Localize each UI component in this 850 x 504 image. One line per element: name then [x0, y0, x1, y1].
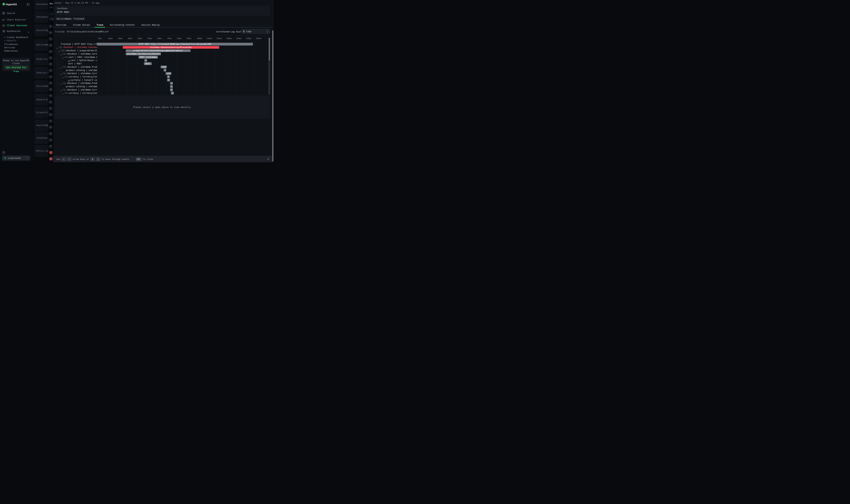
span-tree-row[interactable]: (1)checkout | oteldemo.CartServic…: [53, 52, 97, 56]
session-list-item[interactable]: Pearl43@ho: [34, 120, 48, 131]
window-scrollbar-thumb[interactable]: [272, 30, 273, 161]
span-bar[interactable]: POST /oteldemo.CartService/GetCart: [139, 56, 158, 59]
console-event-icon[interactable]: [49, 157, 53, 161]
tab-column-values[interactable]: Column Values: [73, 23, 90, 27]
location-pin-icon[interactable]: [49, 132, 53, 136]
help-button[interactable]: ?: [2, 151, 5, 155]
span-tree-row[interactable]: (1)currency | Currency/Convert: [53, 91, 97, 95]
span-tree-row[interactable]: currency | Convert convers…: [53, 78, 97, 82]
session-list-item[interactable]: Shaniya.Sc: [34, 67, 48, 79]
chevron-down-icon[interactable]: [62, 56, 64, 59]
waterfall-scrollbar[interactable]: [268, 37, 270, 95]
span-tree-row[interactable]: frontend | HTTP POST http://frontend:…: [53, 42, 97, 46]
span-tree-row[interactable]: product-catalog | oteldemo.Prod…: [53, 85, 97, 88]
location-pin-icon[interactable]: [49, 43, 53, 47]
waterfall-scrollbar-thumb[interactable]: [269, 38, 270, 60]
span-bar[interactable]: (: [164, 69, 166, 72]
span-tree-row[interactable]: (1)currency | Currency/Convert: [53, 75, 97, 78]
tab-overview[interactable]: Overview: [56, 23, 66, 27]
span-tree-row[interactable]: (11)checkout | prepareOrderItemsAnd…: [53, 49, 97, 52]
session-list-item[interactable]: Roderick_S: [34, 53, 48, 65]
session-list-item[interactable]: Deion37@gm: [34, 24, 48, 36]
session-list-item[interactable]: Jonathan.B: [34, 132, 48, 144]
close-icon[interactable]: ✕: [267, 158, 269, 160]
span-bar[interactable]: (: [170, 88, 173, 91]
chevron-down-icon[interactable]: [58, 50, 60, 52]
chevron-down-icon[interactable]: [60, 82, 62, 85]
span-tree-row[interactable]: (1)checkout | oteldemo.ProductCat…: [53, 66, 97, 69]
service-name-chip[interactable]: ServiceName: frontend: [55, 17, 86, 21]
location-pin-icon[interactable]: [49, 113, 53, 116]
location-pin-icon[interactable]: [49, 138, 53, 142]
get-started-button[interactable]: Get Started for Free: [4, 66, 28, 69]
span-bar[interactable]: oteldemo.ProductCat: [161, 66, 167, 68]
log-source-select[interactable]: Logs: [241, 29, 270, 34]
span-bar[interactable]: HTTP POST http://frontend:8080/api/check…: [97, 43, 253, 46]
span-bar[interactable]: (: [167, 79, 170, 82]
create-dashboard-button[interactable]: + Create Dashboard: [4, 36, 28, 38]
tab-trace[interactable]: Trace: [97, 23, 103, 27]
span-bar[interactable]: HGET: [144, 62, 152, 65]
span-tree-row[interactable]: (1)checkout | oteldemo.ProductCat…: [53, 82, 97, 85]
location-pin-icon[interactable]: [49, 100, 53, 104]
session-list-item[interactable]: Anonymous: [34, 0, 48, 10]
chevron-down-icon[interactable]: [56, 47, 58, 49]
chevron-down-icon[interactable]: [60, 89, 62, 92]
chevron-down-icon[interactable]: [60, 73, 62, 75]
edit-pencil-icon[interactable]: [100, 30, 102, 33]
span-tree-row[interactable]: (2)checkout | oteldemo.CheckoutServic…: [53, 46, 97, 49]
chevron-up-icon[interactable]: [28, 30, 30, 34]
span-bar[interactable]: (: [171, 92, 174, 94]
session-list-item[interactable]: Howard.Run: [34, 94, 48, 106]
tab-session-replay[interactable]: Session Replay: [141, 23, 160, 27]
location-pin-icon[interactable]: [49, 107, 53, 110]
location-pin-icon[interactable]: [49, 24, 53, 28]
chevron-down-icon[interactable]: [62, 76, 64, 78]
session-list-item[interactable]: Walton9@ho: [34, 39, 48, 51]
span-tree-row[interactable]: (1)checkout | oteldemo.CurrencySe…: [53, 88, 97, 92]
location-pin-icon[interactable]: [49, 69, 53, 72]
tab-surrounding-context[interactable]: Surrounding Context: [110, 23, 135, 27]
local-mode-menu[interactable]: U Local mode ›: [2, 156, 30, 161]
location-pin-icon[interactable]: [49, 31, 53, 35]
sidebar-preset-services[interactable]: Services: [4, 46, 15, 49]
session-list-item[interactable]: Ernesto33@: [34, 107, 48, 119]
location-pin-icon[interactable]: [49, 126, 53, 129]
chevron-down-icon[interactable]: [62, 92, 64, 95]
span-bar[interactable]: (: [170, 82, 173, 85]
sidebar-item-dashboards[interactable]: Dashboards: [0, 29, 32, 34]
session-list-item[interactable]: Anonymous: [34, 11, 48, 23]
span-bar[interactable]: (: [144, 59, 147, 62]
presets-header[interactable]: PRESETS: [4, 40, 17, 42]
span-bar[interactable]: (: [167, 75, 170, 78]
span-tree-row[interactable]: cart | HGET: [53, 62, 97, 66]
span-bar[interactable]: prepareOrderItemsAndShippingQuoteFromCar…: [126, 49, 191, 52]
span-bar[interactable]: oteldemo.CartService/GetCart: [126, 53, 161, 55]
chevron-down-icon[interactable]: [60, 66, 62, 69]
span-bar[interactable]: (: [170, 85, 173, 88]
chevron-down-icon[interactable]: [60, 53, 62, 56]
session-list-item[interactable]: Dolly.Lub: [34, 145, 48, 157]
sidebar-preset-clickhouse[interactable]: Clickhouse: [4, 43, 18, 46]
sidebar-preset-kubernetes[interactable]: Kubernetes: [4, 50, 18, 52]
location-pin-icon[interactable]: [49, 144, 53, 148]
network-event-icon[interactable]: [49, 151, 53, 154]
sidebar-item-chart-explorer[interactable]: Chart Explorer: [0, 17, 32, 22]
span-tree-row[interactable]: (1)checkout | oteldemo.CurrencySe…: [53, 72, 97, 75]
location-pin-icon[interactable]: [49, 62, 53, 66]
sidebar-collapse-icon[interactable]: [27, 3, 30, 7]
sidebar-item-client-sessions[interactable]: Client Sessions: [0, 23, 32, 28]
location-pin-icon[interactable]: [49, 119, 53, 123]
location-pin-icon[interactable]: [49, 56, 53, 60]
location-pin-icon[interactable]: [49, 50, 53, 53]
location-pin-icon[interactable]: [49, 75, 53, 79]
session-list-item[interactable]: Kieran92@h: [34, 80, 48, 92]
location-pin-icon[interactable]: [49, 94, 53, 98]
span-bar[interactable]: oteldemo.CheckoutService/PlaceOrder: [123, 46, 219, 49]
location-pin-icon[interactable]: [49, 37, 53, 41]
span-tree-row[interactable]: (2)cart | POST /oteldemo.CartSe…: [53, 55, 97, 59]
window-scrollbar[interactable]: [272, 0, 273, 162]
span-tree-row[interactable]: product-catalog | oteldemo.Prod…: [53, 69, 97, 72]
location-pin-icon[interactable]: [49, 88, 53, 91]
span-bar[interactable]: oteldemo.CurrencySe: [165, 72, 171, 75]
